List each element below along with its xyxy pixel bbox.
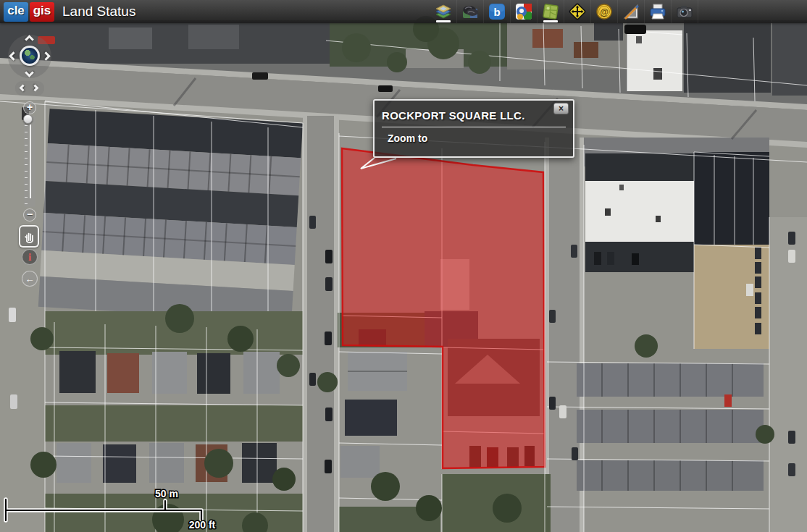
- previous-extent-button[interactable]: ←: [22, 271, 38, 287]
- hand-icon: [22, 229, 35, 244]
- pan-tool-icon[interactable]: [564, 0, 591, 23]
- print-icon[interactable]: [645, 0, 672, 23]
- identify-popup: × ROCKPORT SQUARE LLC. Zoom to: [373, 99, 574, 158]
- logo-cle-badge: cle: [4, 2, 28, 22]
- zoom-slider-track[interactable]: [24, 116, 35, 207]
- google-maps-icon[interactable]: [511, 0, 538, 23]
- popup-divider: [382, 127, 566, 127]
- svg-text:@: @: [600, 7, 609, 17]
- zoom-slider: + −: [22, 101, 38, 226]
- zoom-slider-line: [30, 124, 31, 198]
- identify-mode-button[interactable]: i: [22, 249, 38, 265]
- rotate-control[interactable]: [15, 81, 44, 96]
- weather-radar-icon[interactable]: [457, 0, 484, 23]
- identify-tool-icon[interactable]: @: [591, 0, 618, 23]
- zoom-out-button[interactable]: −: [23, 208, 36, 221]
- globe-icon[interactable]: [20, 46, 40, 66]
- rotate-left-icon[interactable]: [20, 85, 27, 92]
- aerial-map[interactable]: [0, 0, 807, 532]
- logo-gis-badge: gis: [30, 2, 54, 22]
- gis-app-window: cle gis Land Status: [0, 0, 807, 532]
- bing-maps-icon[interactable]: b: [484, 0, 511, 23]
- scale-metric-label: 50 m: [155, 488, 178, 499]
- compass-control[interactable]: [6, 33, 54, 83]
- parcel-layer-icon[interactable]: [538, 0, 564, 23]
- basemap-layers-icon[interactable]: [430, 0, 457, 23]
- parcel-owner-title: ROCKPORT SQUARE LLC.: [382, 109, 564, 122]
- zoom-to-link[interactable]: Zoom to: [388, 132, 427, 144]
- screenshot-icon[interactable]: [672, 0, 698, 23]
- zoom-in-button[interactable]: +: [23, 101, 36, 114]
- aerial-imagery: [0, 0, 807, 532]
- popup-close-button[interactable]: ×: [553, 103, 569, 114]
- svg-text:b: b: [493, 6, 500, 18]
- scale-imperial-label: 200 ft: [189, 519, 216, 530]
- page-title: Land Status: [62, 4, 135, 20]
- app-logo: cle gis: [4, 2, 54, 22]
- zoom-slider-handle[interactable]: [23, 114, 33, 124]
- measure-tool-icon[interactable]: [618, 0, 645, 23]
- scale-bar: 50 m 200 ft: [0, 484, 232, 530]
- rotate-right-icon[interactable]: [32, 85, 39, 92]
- map-toolbar: b: [430, 0, 698, 23]
- pan-hand-button[interactable]: [19, 225, 39, 248]
